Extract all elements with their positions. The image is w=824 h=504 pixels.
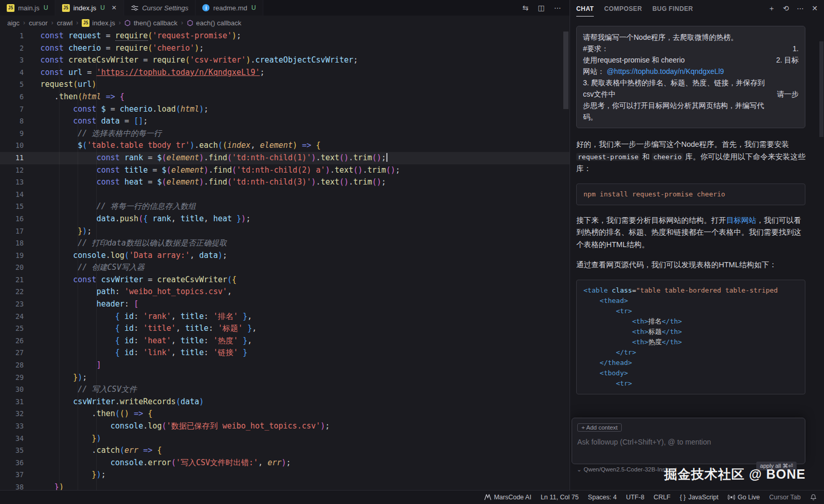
- model-selector[interactable]: ⌄ Qwen/Qwen2.5-Coder-32B-Instruct: [577, 466, 677, 472]
- breadcrumb-item[interactable]: then() callback: [124, 19, 177, 27]
- code-line[interactable]: 2const cheerio = require('cheerio');: [0, 42, 570, 55]
- line-number[interactable]: 34: [0, 433, 24, 445]
- line-number[interactable]: 25: [0, 323, 24, 335]
- tab-readme-md[interactable]: ireadme.mdU: [196, 0, 263, 16]
- chat-tab-composer[interactable]: COMPOSER: [604, 1, 642, 17]
- breadcrumb-item[interactable]: JSindex.js: [82, 19, 115, 27]
- code-line[interactable]: 33 console.log('数据已保存到 weibo_hot_topics.…: [0, 420, 570, 433]
- line-number[interactable]: 13: [0, 176, 24, 189]
- tab-main-js[interactable]: JSmain.jsU: [0, 0, 55, 16]
- line-number[interactable]: 26: [0, 335, 24, 347]
- code-line[interactable]: 28 ]: [0, 359, 570, 372]
- code-line[interactable]: 8 const data = [];: [0, 115, 570, 128]
- code-line[interactable]: 20 // 创建CSV写入器: [0, 262, 570, 274]
- statusbar-go-live[interactable]: Go Live: [728, 494, 760, 501]
- code-line[interactable]: 27 { id: 'link', title: '链接' }: [0, 347, 570, 359]
- line-number[interactable]: 18: [0, 237, 24, 250]
- line-number[interactable]: 17: [0, 225, 24, 238]
- code-line[interactable]: 10 $('table.table tbody tr').each((index…: [0, 140, 570, 152]
- compare-changes-icon[interactable]: ⇆: [522, 4, 529, 11]
- chat-tab-bug-finder[interactable]: BUG FINDER: [652, 1, 693, 17]
- code-line[interactable]: 24 { id: 'rank', title: '排名' },: [0, 311, 570, 323]
- line-number[interactable]: 21: [0, 274, 24, 286]
- line-number[interactable]: 35: [0, 445, 24, 457]
- code-line[interactable]: 32 .then(() => {: [0, 408, 570, 420]
- line-number[interactable]: 6: [0, 91, 24, 103]
- line-number[interactable]: 30: [0, 384, 24, 396]
- line-number[interactable]: 10: [0, 140, 24, 152]
- history-icon[interactable]: ⟲: [783, 5, 789, 12]
- code-line[interactable]: 23 header: [: [0, 298, 570, 311]
- more-actions-icon[interactable]: ⋯: [554, 4, 561, 11]
- line-number[interactable]: 1: [0, 30, 24, 42]
- tab-index-js[interactable]: JSindex.jsU✕: [55, 0, 124, 16]
- line-number[interactable]: 23: [0, 298, 24, 311]
- more-icon[interactable]: ⋯: [797, 5, 804, 12]
- line-number[interactable]: 32: [0, 408, 24, 420]
- code-line[interactable]: 19 console.log('Data array:', data);: [0, 250, 570, 262]
- statusbar-javascript[interactable]: { }JavaScript: [680, 494, 718, 501]
- line-number[interactable]: 24: [0, 311, 24, 323]
- breadcrumb-item[interactable]: aigc: [7, 19, 20, 27]
- code-line[interactable]: 12 const title = $(element).find('td:nth…: [0, 164, 570, 177]
- code-line[interactable]: 6 .then(html => {: [0, 91, 570, 103]
- close-icon[interactable]: ✕: [112, 4, 117, 11]
- code-line[interactable]: 37 });: [0, 469, 570, 481]
- split-editor-icon[interactable]: ◫: [538, 4, 545, 11]
- chat-input[interactable]: + Add context Ask followup (Ctrl+Shift+Y…: [572, 418, 805, 464]
- line-number[interactable]: 19: [0, 250, 24, 262]
- line-number[interactable]: 8: [0, 115, 24, 128]
- user-message-link[interactable]: @https://tophub.today/n/KqndgxeLl9: [607, 67, 724, 75]
- line-number[interactable]: 3: [0, 54, 24, 67]
- line-number[interactable]: 2: [0, 42, 24, 55]
- code-line[interactable]: 7 const $ = cheerio.load(html);: [0, 103, 570, 116]
- statusbar-spaces-4[interactable]: Spaces: 4: [588, 494, 617, 501]
- line-number[interactable]: 4: [0, 67, 24, 79]
- code-line[interactable]: 31 csvWriter.writeRecords(data): [0, 396, 570, 408]
- line-number[interactable]: 11: [0, 152, 24, 164]
- text-link[interactable]: 目标网站: [726, 216, 756, 224]
- line-number[interactable]: 9: [0, 128, 24, 140]
- line-number[interactable]: 14: [0, 189, 24, 201]
- line-number[interactable]: 38: [0, 481, 24, 490]
- statusbar-cursor-tab[interactable]: Cursor Tab: [769, 494, 801, 501]
- code-line[interactable]: 18 // 打印data数组以确认数据是否正确提取: [0, 237, 570, 250]
- statusbar-utf-8[interactable]: UTF-8: [626, 494, 644, 501]
- line-number[interactable]: 29: [0, 372, 24, 384]
- code-line[interactable]: 4const url = 'https://tophub.today/n/Kqn…: [0, 67, 570, 79]
- tab-cursor-settings[interactable]: Cursor Settings: [124, 0, 196, 16]
- code-line[interactable]: 38 }): [0, 481, 570, 490]
- line-number[interactable]: 28: [0, 359, 24, 372]
- statusbar-bell[interactable]: [810, 494, 817, 501]
- breadcrumb-item[interactable]: cursor: [29, 19, 48, 27]
- code-line[interactable]: 34 }): [0, 433, 570, 445]
- new-chat-icon[interactable]: ＋: [768, 5, 775, 12]
- code-line[interactable]: 9 // 选择表格中的每一行: [0, 128, 570, 140]
- statusbar-marscode-ai[interactable]: MarsCode AI: [484, 494, 531, 501]
- line-number[interactable]: 20: [0, 262, 24, 274]
- code-line[interactable]: 5request(url): [0, 79, 570, 91]
- code-line[interactable]: 15 // 将每一行的信息存入数组: [0, 201, 570, 213]
- code-line[interactable]: 35 .catch(err => {: [0, 445, 570, 457]
- statusbar-crlf[interactable]: CRLF: [654, 494, 671, 501]
- add-context-button[interactable]: + Add context: [577, 423, 622, 432]
- code-line[interactable]: 14: [0, 189, 570, 201]
- line-number[interactable]: 7: [0, 103, 24, 116]
- code-line[interactable]: 13 const heat = $(element).find('td:nth-…: [0, 176, 570, 189]
- code-editor[interactable]: 1const request = require('request-promis…: [0, 30, 570, 490]
- line-number[interactable]: 22: [0, 286, 24, 298]
- line-number[interactable]: 5: [0, 79, 24, 91]
- line-number[interactable]: 33: [0, 420, 24, 433]
- code-line[interactable]: 16 data.push({ rank, title, heat });: [0, 213, 570, 225]
- statusbar-ln-11-col-75[interactable]: Ln 11, Col 75: [541, 494, 578, 501]
- code-line[interactable]: 25 { id: 'title', title: '标题' },: [0, 323, 570, 335]
- close-icon[interactable]: ✕: [812, 5, 818, 12]
- code-line[interactable]: 17 });: [0, 225, 570, 238]
- line-number[interactable]: 36: [0, 457, 24, 469]
- code-line[interactable]: 30 // 写入CSV文件: [0, 384, 570, 396]
- chat-tab-chat[interactable]: CHAT: [576, 1, 594, 17]
- code-line[interactable]: 36 console.error('写入CSV文件时出错:', err);: [0, 457, 570, 469]
- line-number[interactable]: 31: [0, 396, 24, 408]
- code-line[interactable]: 21 const csvWriter = createCsvWriter({: [0, 274, 570, 286]
- chat-scrollbar[interactable]: [819, 41, 823, 137]
